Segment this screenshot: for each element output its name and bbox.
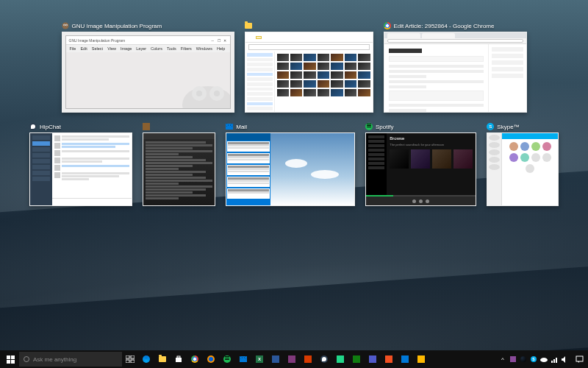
task-card-explorer[interactable] [245, 22, 373, 113]
tray-onedrive-icon[interactable] [539, 355, 548, 364]
task-card-label: Edit Article: 2952864 - Google Chrome [394, 23, 495, 29]
spotify-icon [223, 355, 231, 363]
taskbar-app-excel[interactable]: X [251, 350, 268, 368]
explorer-body [245, 52, 373, 112]
menu-item: Edit [80, 46, 87, 51]
task-card-spotify[interactable]: Spotify Browse The perfect soundtrack fo… [365, 123, 476, 206]
app-icon [385, 355, 392, 363]
svg-rect-13 [131, 360, 135, 363]
spotify-sub: The perfect soundtrack for your afternoo… [390, 143, 473, 146]
tray-skype-icon[interactable]: S [529, 355, 538, 364]
task-card-title: Mail [226, 123, 355, 130]
taskbar-app-explorer[interactable] [154, 350, 171, 368]
svg-rect-23 [576, 356, 583, 361]
taskbar-app[interactable] [397, 350, 413, 368]
task-card-thumb[interactable]: GNU Image Manipulation Program ─ ☐ ✕ Fil… [62, 32, 234, 113]
chrome-page [384, 44, 526, 112]
tray-chevron-icon[interactable]: ^ [498, 355, 507, 364]
task-view: GNU Image Manipulation Program GNU Image… [0, 22, 588, 216]
task-card-label: GNU Image Manipulation Program [72, 23, 162, 29]
cortana-search[interactable]: Ask me anything [19, 352, 122, 367]
task-card-label: Mail [236, 124, 247, 130]
terminal-icon [143, 123, 150, 130]
chrome-icon [191, 355, 198, 363]
task-card-mail[interactable]: Mail [226, 123, 355, 206]
menu-item: Filters [181, 46, 192, 51]
folder-icon [159, 356, 166, 362]
taskbar-app[interactable] [381, 350, 397, 368]
chrome-omnibox [387, 39, 523, 43]
action-center-button[interactable] [572, 350, 587, 368]
taskbar-app[interactable] [413, 350, 429, 368]
task-card-terminal[interactable] [143, 123, 216, 206]
gimp-canvas [66, 52, 230, 108]
task-card-thumb[interactable]: Browse The perfect soundtrack for your a… [365, 132, 476, 206]
taskbar-app[interactable] [300, 350, 316, 368]
start-button[interactable] [1, 350, 19, 368]
task-card-thumb[interactable] [487, 132, 559, 206]
task-card-hipchat[interactable]: HipChat [29, 123, 132, 206]
task-card-title [245, 22, 373, 29]
taskbar-app-mail[interactable] [235, 350, 251, 368]
svg-point-4 [66, 25, 67, 26]
hipchat-chat [52, 133, 132, 205]
task-card-title [143, 123, 216, 130]
tray-volume-icon[interactable] [560, 355, 569, 364]
taskbar-app-firefox[interactable] [203, 350, 219, 368]
ribbon-tab [248, 37, 253, 38]
spotify-main: Browse The perfect soundtrack for your a… [387, 133, 476, 197]
task-card-thumb[interactable] [29, 132, 132, 206]
task-card-thumb[interactable] [143, 132, 216, 206]
task-card-label: Skype™ [497, 124, 519, 130]
svg-point-3 [64, 25, 65, 26]
task-card-chrome[interactable]: Edit Article: 2952864 - Google Chrome [384, 22, 527, 113]
chrome-window [384, 32, 526, 112]
windows-logo-icon [7, 355, 15, 364]
task-card-thumb[interactable] [245, 32, 373, 113]
tray-icon[interactable] [509, 355, 517, 364]
svg-point-9 [214, 91, 220, 96]
task-card-thumb[interactable] [226, 132, 355, 206]
task-card-skype[interactable]: S Skype™ [487, 123, 559, 206]
terminal-window [143, 133, 215, 205]
tray-network-icon[interactable] [550, 355, 559, 364]
svg-rect-20 [553, 359, 555, 363]
task-view-button[interactable] [122, 350, 138, 368]
svg-rect-11 [131, 355, 135, 358]
menu-item: Windows [196, 46, 212, 51]
task-card-thumb[interactable] [384, 32, 527, 113]
hipchat-window [30, 133, 132, 205]
spotify-progress [366, 195, 476, 197]
tray-steam-icon[interactable] [519, 355, 528, 364]
taskbar-app[interactable] [348, 350, 365, 368]
taskbar-pinned: X [122, 350, 429, 368]
taskbar-app[interactable] [332, 350, 348, 368]
cortana-icon [24, 356, 29, 362]
taskbar-app-edge[interactable] [138, 350, 154, 368]
mail-icon [240, 356, 247, 362]
gimp-menubar: File Edit Select View Image Layer Colors… [66, 45, 230, 52]
menu-item: Tools [167, 46, 176, 51]
app-icon [272, 355, 279, 363]
taskbar-app-spotify[interactable] [219, 350, 235, 368]
svg-rect-21 [556, 358, 557, 363]
chrome-tab-strip [384, 32, 526, 38]
skype-window [487, 133, 558, 205]
taskbar-app-hipchat[interactable] [316, 350, 332, 368]
window-controls: ─ ☐ ✕ [212, 38, 227, 42]
taskbar: Ask me anything X ^ [0, 350, 588, 368]
hipchat-icon [29, 123, 37, 130]
task-card-gimp[interactable]: GNU Image Manipulation Program GNU Image… [62, 22, 234, 113]
menu-item: Select [92, 46, 103, 51]
taskbar-app[interactable] [284, 350, 300, 368]
taskbar-app-store[interactable] [171, 350, 187, 368]
firefox-icon [207, 355, 215, 363]
system-tray[interactable]: ^ S [495, 355, 572, 364]
taskbar-app-chrome[interactable] [187, 350, 203, 368]
taskbar-app[interactable] [365, 350, 381, 368]
explorer-ribbon [245, 32, 373, 43]
taskbar-app[interactable] [268, 350, 284, 368]
svg-rect-15 [177, 356, 180, 358]
svg-rect-19 [551, 361, 553, 363]
menu-item: Help [217, 46, 225, 51]
